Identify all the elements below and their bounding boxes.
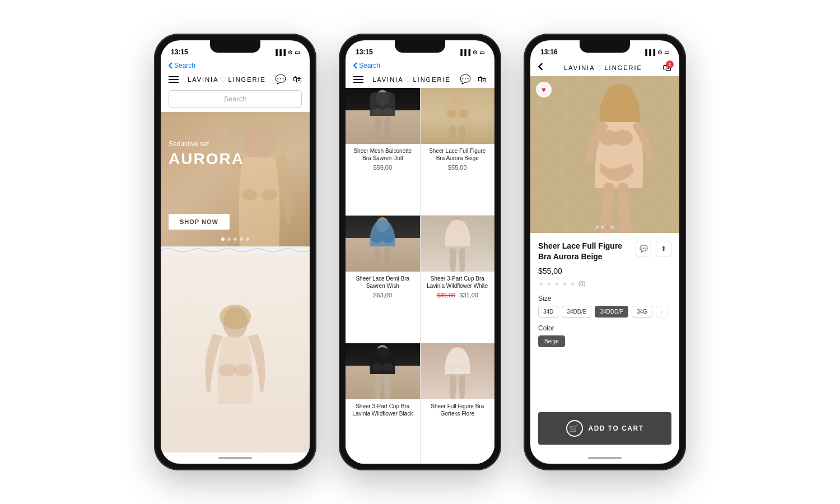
detail-title: Sheer Lace Full Figure Bra Aurora Beige [538, 241, 631, 262]
back-button-3[interactable] [538, 63, 544, 73]
brand-name-2: LAVINIA [372, 76, 403, 83]
cart-icon-3[interactable]: 🛍 1 [662, 63, 671, 73]
signal-icon-3: ▐▐▐ [643, 49, 655, 55]
message-action-icon[interactable]: 💬 [636, 241, 651, 256]
product-name-1: Sheer Mesh Balconette Bra Sawren Doll [350, 147, 416, 162]
time-3: 13:16 [540, 48, 558, 56]
wifi-icon: ⊙ [288, 49, 292, 55]
status-icons-3: ▐▐▐ ⊙ ▭ [643, 49, 669, 55]
product-name-6: Sheer Full Figure Bra Gorteks Fiore [425, 403, 491, 417]
back-label-2: Search [359, 62, 380, 69]
svg-point-8 [372, 108, 382, 115]
svg-point-2 [262, 189, 277, 200]
product-hero-img: ♥ [530, 76, 679, 233]
dot-4 [240, 237, 243, 241]
brand-heart-3: ♡ [596, 63, 604, 72]
battery-icon-2: ▭ [479, 49, 484, 55]
svg-point-1 [241, 189, 257, 200]
size-btn-34g[interactable]: 34G [632, 306, 652, 318]
product-detail-info: Sheer Lace Full Figure Bra Aurora Beige … [530, 233, 679, 408]
back-label-1: Search [174, 62, 195, 69]
product-card-6[interactable]: Sheer Full Figure Bra Gorteks Fiore [421, 343, 495, 464]
size-btn-34dde[interactable]: 34DD/E [562, 306, 591, 318]
model-figure-6 [435, 343, 480, 399]
hero-title: AURORA [169, 150, 244, 168]
brand-name-3: LAVINIA [564, 64, 595, 71]
pdot-1 [596, 226, 599, 228]
share-action-icon[interactable]: ⬆ [656, 241, 671, 256]
product-img-5 [346, 343, 420, 399]
nav-icons-1: 💬 🛍 [275, 74, 302, 85]
product-info-4: Sheer 3-Part Cup Bra Lavinia Wildflower … [421, 272, 495, 298]
product-hero-dots [596, 226, 614, 228]
star-row: ★ ★ ★ ★ ★ (0) [538, 280, 671, 288]
star-4: ★ [562, 280, 568, 288]
phone-1: 13:15 ▐▐▐ ⊙ ▭ Search LAVINIA ♡ [154, 34, 316, 470]
add-to-cart-label: ADD TO CART [589, 424, 644, 432]
product-name-3: Sheer Lace Demi Bra Sawren Wish [350, 275, 416, 290]
hero-text-1: Seductive set AURORA [169, 140, 244, 168]
hamburger-line [169, 79, 179, 80]
screen-1: 13:15 ▐▐▐ ⊙ ▭ Search LAVINIA ♡ [161, 40, 310, 464]
product-info-1: Sheer Mesh Balconette Bra Sawren Doll $5… [346, 144, 420, 171]
product-card-2[interactable]: Sheer Lace Full Figure Bra Aurora Beige … [421, 88, 495, 215]
scroll-bar-1 [218, 457, 252, 459]
notch-2 [395, 40, 445, 53]
dot-1 [221, 237, 225, 241]
model-figure-1 [360, 88, 405, 144]
star-2: ★ [546, 280, 552, 288]
size-label: Size [538, 295, 671, 302]
brand-heart-1: ♡ [220, 75, 228, 84]
hamburger-line [169, 82, 179, 83]
review-count: (0) [578, 281, 585, 287]
add-to-cart-button[interactable]: 🛒 ADD TO CART [538, 412, 671, 445]
product-card-5[interactable]: Sheer 3-Part Cup Bra Lavinia Wildflower … [346, 343, 420, 464]
pdot-2 [601, 226, 604, 228]
notch-3 [580, 40, 630, 53]
brand-suffix-1: LINGERIE [228, 76, 266, 83]
product-card-4[interactable]: Sheer 3-Part Cup Bra Lavinia Wildflower … [421, 216, 495, 343]
star-5: ★ [570, 280, 576, 288]
back-arrow-icon-2 [353, 62, 358, 69]
detail-actions: 💬 ⬆ [636, 241, 671, 256]
star-3: ★ [554, 280, 560, 288]
menu-button-1[interactable] [169, 76, 179, 83]
chat-icon-2[interactable]: 💬 [460, 74, 471, 85]
cart-icon-2[interactable]: 🛍 [478, 74, 487, 85]
brand-logo-3: LAVINIA ♡ LINGERIE [564, 63, 642, 72]
menu-button-2[interactable] [353, 76, 363, 83]
search-placeholder-1: Search [223, 95, 246, 103]
color-btn-beige[interactable]: Beige [538, 335, 565, 347]
hero-subtitle: Seductive set [169, 140, 244, 148]
brand-logo-1: LAVINIA ♡ LINGERIE [188, 75, 266, 84]
scroll-indicator-1 [161, 452, 310, 464]
top-nav-3: LAVINIA ♡ LINGERIE 🛍 1 [530, 60, 679, 76]
screen-3: 13:16 ▐▐▐ ⊙ ▭ LAVINIA ♡ LINGERIE 🛍 [530, 40, 679, 464]
svg-point-6 [220, 305, 251, 329]
battery-icon: ▭ [295, 49, 300, 55]
back-nav-2[interactable]: Search [346, 60, 494, 72]
detail-title-row: Sheer Lace Full Figure Bra Aurora Beige … [538, 241, 671, 262]
status-icons-1: ▐▐▐ ⊙ ▭ [274, 49, 300, 55]
brand-heart-2: ♡ [404, 75, 413, 84]
product-card-1[interactable]: Sheer Mesh Balconette Bra Sawren Doll $5… [346, 88, 420, 215]
size-btn-34dddf[interactable]: 34DDD/F [595, 306, 628, 318]
nav-icons-3: 🛍 1 [662, 63, 671, 73]
size-btn-34d[interactable]: 34D [538, 306, 558, 318]
shop-now-button[interactable]: SHOP NOW [169, 214, 230, 230]
svg-point-24 [458, 362, 469, 370]
back-nav-1[interactable]: Search [161, 60, 310, 72]
svg-point-4 [218, 364, 236, 376]
squiggle-svg [161, 246, 310, 254]
product-name-2: Sheer Lace Full Figure Bra Aurora Beige [425, 147, 491, 162]
product-info-5: Sheer 3-Part Cup Bra Lavinia Wildflower … [346, 399, 420, 417]
chat-icon-1[interactable]: 💬 [275, 74, 286, 85]
size-btn-more[interactable]: › [656, 306, 668, 318]
cart-icon-1[interactable]: 🛍 [293, 74, 302, 85]
product-name-5: Sheer 3-Part Cup Bra Lavinia Wildflower … [350, 403, 416, 417]
model-figure-2 [435, 88, 480, 144]
search-bar-1[interactable]: Search [169, 90, 302, 108]
wishlist-button[interactable]: ♥ [536, 82, 552, 97]
product-card-3[interactable]: Sheer Lace Demi Bra Sawren Wish $63,00 [346, 216, 420, 343]
dot-5 [246, 237, 249, 241]
